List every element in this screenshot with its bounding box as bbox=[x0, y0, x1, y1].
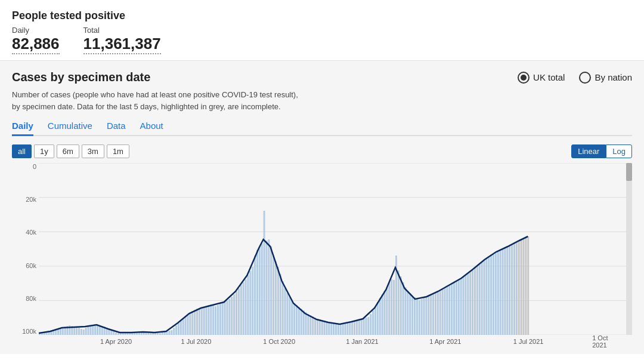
svg-rect-186 bbox=[456, 281, 457, 335]
total-label: Total bbox=[83, 26, 161, 35]
svg-rect-69 bbox=[185, 316, 187, 335]
svg-rect-123 bbox=[309, 315, 311, 335]
description-line2: by specimen date. Data for the last 5 da… bbox=[12, 102, 281, 111]
svg-rect-115 bbox=[291, 300, 293, 335]
description: Number of cases (people who have had at … bbox=[12, 89, 632, 112]
svg-rect-66 bbox=[178, 323, 179, 335]
svg-rect-77 bbox=[203, 307, 205, 335]
svg-rect-70 bbox=[187, 315, 189, 335]
svg-rect-154 bbox=[382, 294, 383, 335]
svg-rect-169 bbox=[416, 299, 418, 335]
tab-cumulative[interactable]: Cumulative bbox=[48, 121, 92, 135]
tab-about[interactable]: About bbox=[140, 121, 163, 135]
svg-rect-173 bbox=[425, 297, 427, 335]
svg-rect-153 bbox=[379, 298, 381, 335]
svg-rect-98 bbox=[252, 267, 253, 335]
section-header: Cases by specimen date UK total By natio… bbox=[12, 70, 632, 84]
svg-rect-206 bbox=[502, 250, 504, 335]
svg-rect-177 bbox=[435, 292, 436, 335]
svg-rect-208 bbox=[506, 247, 508, 335]
svg-rect-114 bbox=[289, 297, 290, 335]
main-section: Cases by specimen date UK total By natio… bbox=[0, 61, 644, 354]
svg-rect-119 bbox=[301, 309, 302, 335]
daily-value: 82,886 bbox=[12, 35, 60, 54]
svg-rect-99 bbox=[254, 256, 256, 335]
svg-rect-161 bbox=[398, 270, 400, 335]
svg-rect-155 bbox=[384, 291, 386, 335]
svg-rect-175 bbox=[430, 294, 432, 335]
scale-buttons: Linear Log bbox=[571, 144, 632, 158]
svg-rect-196 bbox=[479, 264, 481, 335]
radio-uk-total[interactable]: UK total bbox=[518, 72, 565, 84]
svg-rect-87 bbox=[227, 301, 228, 335]
svg-rect-185 bbox=[453, 282, 455, 335]
svg-rect-187 bbox=[458, 280, 460, 335]
svg-rect-122 bbox=[307, 314, 309, 335]
svg-rect-75 bbox=[199, 308, 200, 335]
svg-rect-159 bbox=[393, 280, 395, 335]
svg-rect-180 bbox=[442, 288, 444, 335]
svg-rect-89 bbox=[231, 297, 233, 335]
svg-rect-139 bbox=[346, 322, 348, 335]
page-title: People tested positive bbox=[12, 10, 632, 22]
stats-row: Daily 82,886 Total 11,361,387 bbox=[12, 26, 632, 54]
tab-data[interactable]: Data bbox=[107, 121, 126, 135]
svg-rect-200 bbox=[488, 257, 490, 335]
svg-rect-197 bbox=[481, 262, 483, 335]
description-line1: Number of cases (people who have had at … bbox=[12, 90, 298, 99]
radio-by-nation[interactable]: By nation bbox=[579, 72, 632, 84]
svg-rect-31 bbox=[97, 325, 98, 335]
svg-rect-25 bbox=[83, 330, 85, 335]
svg-rect-28 bbox=[89, 325, 91, 335]
svg-rect-95 bbox=[245, 279, 247, 335]
svg-rect-27 bbox=[88, 327, 89, 335]
svg-rect-163 bbox=[402, 282, 404, 335]
svg-rect-108 bbox=[275, 261, 277, 335]
svg-rect-23 bbox=[78, 328, 80, 335]
scale-btn-log[interactable]: Log bbox=[606, 144, 632, 158]
svg-rect-110 bbox=[280, 274, 281, 335]
svg-rect-203 bbox=[495, 253, 497, 335]
svg-rect-178 bbox=[437, 291, 439, 335]
time-btn-1m[interactable]: 1m bbox=[107, 144, 129, 158]
svg-rect-88 bbox=[228, 299, 230, 335]
svg-rect-192 bbox=[469, 271, 471, 335]
svg-rect-190 bbox=[465, 275, 466, 335]
svg-rect-82 bbox=[215, 306, 216, 335]
svg-rect-65 bbox=[175, 325, 177, 335]
svg-rect-100 bbox=[256, 250, 258, 335]
svg-rect-191 bbox=[467, 273, 469, 335]
svg-rect-168 bbox=[414, 297, 416, 335]
svg-rect-86 bbox=[224, 301, 226, 335]
svg-rect-29 bbox=[92, 325, 94, 335]
x-label-jan2021: 1 Jan 2021 bbox=[346, 338, 378, 345]
svg-rect-152 bbox=[377, 302, 379, 335]
tabs-row: Daily Cumulative Data About bbox=[12, 121, 632, 136]
y-label-2: 60k bbox=[12, 262, 39, 269]
x-label-oct2020: 1 Oct 2020 bbox=[263, 338, 295, 345]
radio-group: UK total By nation bbox=[518, 72, 632, 84]
scrollbar-thumb[interactable] bbox=[626, 163, 632, 181]
svg-rect-80 bbox=[210, 304, 212, 335]
time-btn-1y[interactable]: 1y bbox=[34, 144, 54, 158]
tab-daily[interactable]: Daily bbox=[12, 121, 33, 136]
svg-rect-166 bbox=[409, 293, 411, 335]
time-btn-3m[interactable]: 3m bbox=[82, 144, 104, 158]
svg-rect-162 bbox=[400, 276, 402, 335]
time-btn-all[interactable]: all bbox=[12, 144, 32, 158]
svg-rect-116 bbox=[293, 303, 295, 335]
svg-rect-138 bbox=[345, 323, 346, 335]
section-title: Cases by specimen date bbox=[12, 70, 150, 84]
time-buttons: all 1y 6m 3m 1m bbox=[12, 144, 129, 158]
svg-rect-24 bbox=[80, 329, 82, 335]
svg-rect-134 bbox=[335, 323, 337, 335]
scrollbar[interactable] bbox=[626, 163, 632, 335]
svg-rect-188 bbox=[460, 278, 462, 335]
svg-rect-84 bbox=[219, 304, 221, 335]
scale-btn-linear[interactable]: Linear bbox=[571, 144, 606, 158]
svg-rect-144 bbox=[358, 319, 360, 335]
svg-rect-156 bbox=[386, 287, 388, 335]
svg-rect-147 bbox=[365, 318, 367, 335]
time-btn-6m[interactable]: 6m bbox=[57, 144, 79, 158]
svg-rect-171 bbox=[421, 299, 423, 335]
